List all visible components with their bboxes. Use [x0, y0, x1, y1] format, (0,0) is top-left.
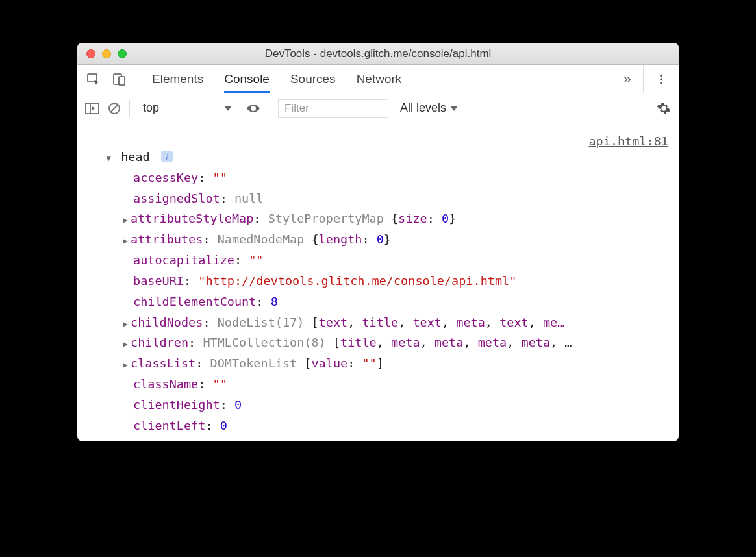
- root-label: head: [121, 150, 150, 164]
- property-row: baseURI: "http://devtools.glitch.me/cons…: [86, 271, 670, 291]
- property-row: clientHeight: 0: [86, 395, 670, 415]
- execution-context-select[interactable]: top: [138, 100, 237, 116]
- property-value: 8: [271, 295, 278, 308]
- tab-network[interactable]: Network: [357, 65, 402, 93]
- source-link[interactable]: api.html:81: [588, 131, 668, 152]
- svg-point-5: [660, 81, 662, 84]
- property-value: null: [234, 192, 264, 205]
- property-row: clientLeft: 0: [86, 415, 670, 436]
- chevron-down-icon: [224, 106, 232, 111]
- property-row: assignedSlot: null: [86, 188, 670, 209]
- log-levels-select[interactable]: All levels: [396, 101, 462, 115]
- titlebar: DevTools - devtools.glitch.me/console/ap…: [77, 43, 679, 65]
- property-key: classList: [131, 356, 195, 370]
- property-row[interactable]: attributeStyleMap: StylePropertyMap {siz…: [86, 208, 670, 229]
- tab-elements[interactable]: Elements: [152, 65, 203, 93]
- live-expression-icon[interactable]: [245, 103, 262, 114]
- property-value: "http://devtools.glitch.me/console/api.h…: [198, 274, 516, 288]
- panel-tabs: ElementsConsoleSourcesNetwork: [136, 65, 612, 93]
- property-key: childElementCount: [133, 295, 256, 308]
- property-key: children: [131, 336, 188, 349]
- disclosure-triangle-closed-icon[interactable]: [121, 353, 129, 374]
- svg-point-3: [660, 74, 662, 77]
- main-toolbar: ElementsConsoleSourcesNetwork »: [77, 65, 679, 93]
- svg-point-10: [252, 107, 255, 110]
- minimize-window-button[interactable]: [102, 49, 111, 58]
- property-key: attributes: [131, 232, 203, 246]
- clear-console-icon[interactable]: [107, 101, 121, 116]
- chevron-down-icon: [450, 106, 458, 111]
- filter-input[interactable]: [278, 99, 388, 118]
- property-key: clientHeight: [133, 398, 220, 412]
- svg-point-4: [660, 78, 662, 80]
- svg-line-9: [110, 105, 118, 112]
- property-row: autocapitalize: "": [86, 250, 670, 271]
- property-key: className: [133, 377, 198, 391]
- property-row: accessKey: "": [86, 167, 670, 188]
- toolbar-left-icons: [77, 65, 136, 93]
- disclosure-triangle-open-icon[interactable]: [105, 147, 112, 167]
- property-key: clientLeft: [133, 419, 205, 432]
- disclosure-triangle-closed-icon[interactable]: [121, 332, 129, 353]
- property-key: assignedSlot: [133, 192, 220, 205]
- tab-sources[interactable]: Sources: [290, 65, 336, 93]
- console-sidebar-toggle-icon[interactable]: [85, 102, 99, 115]
- property-value: "": [249, 253, 263, 267]
- tab-console[interactable]: Console: [224, 65, 270, 93]
- property-value: 0: [234, 398, 242, 412]
- property-row: className: "": [86, 374, 670, 395]
- disclosure-triangle-closed-icon[interactable]: [121, 229, 129, 250]
- property-row[interactable]: classList: DOMTokenList [value: ""]: [86, 353, 670, 374]
- more-tabs-button[interactable]: »: [612, 65, 644, 93]
- property-value: "": [213, 171, 227, 184]
- property-key: attributeStyleMap: [131, 212, 253, 225]
- property-row: childElementCount: 8: [86, 291, 670, 312]
- close-window-button[interactable]: [86, 49, 95, 58]
- console-settings-icon[interactable]: [657, 101, 671, 116]
- property-row[interactable]: attributes: NamedNodeMap {length: 0}: [86, 229, 670, 250]
- disclosure-triangle-closed-icon[interactable]: [121, 312, 129, 333]
- context-label: top: [143, 101, 159, 115]
- zoom-window-button[interactable]: [118, 49, 127, 58]
- property-key: accessKey: [133, 171, 198, 184]
- property-row[interactable]: childNodes: NodeList(17) [text, title, t…: [86, 312, 670, 333]
- svg-rect-2: [119, 77, 125, 85]
- inspect-element-icon[interactable]: [86, 72, 101, 86]
- traffic-lights: [77, 49, 127, 58]
- console-filter-bar: top All levels: [77, 93, 679, 123]
- property-value: "": [213, 377, 227, 391]
- object-root[interactable]: head: [86, 147, 670, 167]
- device-toggle-icon[interactable]: [112, 72, 127, 86]
- settings-menu-button[interactable]: [644, 65, 679, 93]
- property-key: autocapitalize: [133, 253, 234, 267]
- property-row[interactable]: children: HTMLCollection(8) [title, meta…: [86, 332, 670, 353]
- disclosure-triangle-closed-icon[interactable]: [121, 208, 129, 229]
- property-key: childNodes: [131, 316, 203, 329]
- property-value: 0: [220, 419, 227, 432]
- console-output: api.html:81 head accessKey: ""assignedSl…: [77, 123, 679, 441]
- console-entry: head accessKey: ""assignedSlot: nullattr…: [86, 130, 670, 436]
- window-title: DevTools - devtools.glitch.me/console/ap…: [77, 47, 679, 60]
- property-key: baseURI: [133, 274, 184, 288]
- devtools-window: DevTools - devtools.glitch.me/console/ap…: [77, 43, 679, 441]
- levels-label: All levels: [400, 101, 446, 115]
- info-icon[interactable]: [161, 151, 173, 162]
